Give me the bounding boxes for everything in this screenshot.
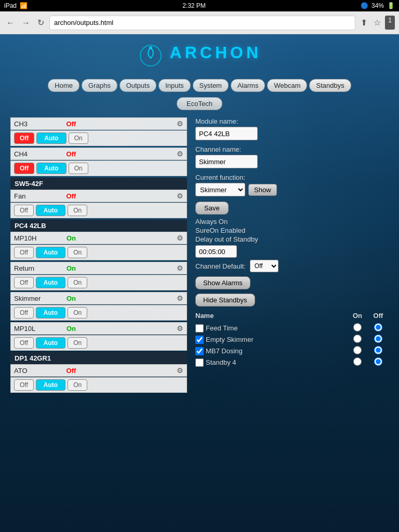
mp10l-gear-icon[interactable]: ⚙ bbox=[177, 324, 183, 332]
nav-outputs[interactable]: Outputs bbox=[119, 79, 157, 92]
feed-time-checkbox[interactable] bbox=[195, 324, 204, 332]
sureon-text: SureOn Enabled bbox=[195, 227, 389, 234]
time-label: 2:32 PM bbox=[182, 2, 206, 9]
share-icon[interactable]: ⬆ bbox=[358, 16, 369, 30]
tab-count[interactable]: 1 bbox=[385, 16, 395, 30]
standby4-label: Standby 4 bbox=[206, 358, 347, 366]
nav-alarms[interactable]: Alarms bbox=[231, 79, 265, 92]
ato-gear-icon[interactable]: ⚙ bbox=[177, 366, 183, 375]
skimmer-off-button[interactable]: Off bbox=[14, 307, 34, 318]
bookmark-icon[interactable]: ☆ bbox=[371, 16, 383, 30]
function-select[interactable]: Skimmer Always On Feed Timer bbox=[195, 183, 245, 196]
mp10h-gear-icon[interactable]: ⚙ bbox=[177, 234, 183, 242]
skimmer-label: Skimmer bbox=[14, 295, 56, 302]
nav-standbys[interactable]: Standbys bbox=[309, 79, 351, 92]
function-row: Skimmer Always On Feed Timer Show bbox=[195, 183, 389, 196]
mp10h-off-button[interactable]: Off bbox=[14, 247, 34, 258]
standby-feed-time: Feed Time bbox=[195, 323, 389, 333]
ch4-off-button[interactable]: Off bbox=[14, 163, 34, 174]
ch4-gear-icon[interactable]: ⚙ bbox=[177, 150, 183, 158]
mp10h-on-button[interactable]: On bbox=[68, 247, 87, 258]
empty-skimmer-off-radio[interactable] bbox=[374, 335, 382, 343]
mp10l-auto-button[interactable]: Auto bbox=[36, 337, 65, 349]
ch3-auto-button[interactable]: Auto bbox=[36, 132, 66, 144]
ato-off-button[interactable]: Off bbox=[14, 379, 34, 391]
nav-home[interactable]: Home bbox=[48, 79, 79, 92]
ch3-status: Off bbox=[56, 120, 87, 128]
show-alarms-button[interactable]: Show Alarms bbox=[195, 276, 250, 289]
mp10h-section: MP10H On ⚙ Off Auto On bbox=[10, 232, 187, 260]
module-name-input[interactable] bbox=[195, 127, 258, 140]
mp10l-off-button[interactable]: Off bbox=[14, 337, 34, 349]
empty-skimmer-on-radio[interactable] bbox=[353, 335, 362, 343]
fan-control-row: Off Auto On bbox=[10, 203, 187, 218]
left-column: CH3 Off ⚙ Off Auto On CH4 Off ⚙ Of bbox=[10, 117, 187, 394]
ch4-on-button[interactable]: On bbox=[69, 163, 88, 174]
ch3-off-button[interactable]: Off bbox=[14, 132, 34, 144]
content-area: CH3 Off ⚙ Off Auto On CH4 Off ⚙ Of bbox=[0, 112, 399, 400]
ch3-on-button[interactable]: On bbox=[69, 132, 88, 144]
fan-on-button[interactable]: On bbox=[68, 205, 87, 216]
delay-time-input[interactable] bbox=[195, 245, 237, 258]
return-control-row: Off Auto On bbox=[10, 275, 187, 290]
nav-graphs[interactable]: Graphs bbox=[82, 79, 117, 92]
ato-on-button[interactable]: On bbox=[68, 379, 87, 391]
return-off-button[interactable]: Off bbox=[14, 277, 34, 288]
feed-time-label: Feed Time bbox=[206, 324, 347, 332]
reload-button[interactable]: ↻ bbox=[35, 16, 46, 30]
ato-section: ATO Off ⚙ Off Auto On bbox=[10, 364, 187, 393]
ch4-status: Off bbox=[56, 150, 87, 158]
mp10l-on-button[interactable]: On bbox=[68, 337, 87, 349]
skimmer-on-button[interactable]: On bbox=[68, 307, 87, 318]
skimmer-section: Skimmer On ⚙ Off Auto On bbox=[10, 292, 187, 321]
mb7-dosing-checkbox[interactable] bbox=[195, 347, 204, 355]
mp10h-status: On bbox=[56, 234, 87, 242]
return-on-button[interactable]: On bbox=[68, 277, 87, 288]
fan-gear-icon[interactable]: ⚙ bbox=[177, 192, 183, 200]
channel-name-label: Channel name: bbox=[195, 145, 389, 153]
standby4-on-radio[interactable] bbox=[353, 357, 362, 366]
current-function-group: Current function: Skimmer Always On Feed… bbox=[195, 174, 389, 196]
ecotech-button[interactable]: EcoTech bbox=[177, 97, 222, 110]
ch3-gear-icon[interactable]: ⚙ bbox=[177, 119, 183, 128]
ato-auto-button[interactable]: Auto bbox=[36, 379, 65, 391]
standby4-off-radio[interactable] bbox=[374, 357, 382, 366]
sw5-header: SW5-42F bbox=[10, 178, 187, 190]
mp10h-auto-button[interactable]: Auto bbox=[36, 247, 65, 258]
mp10l-control-row: Off Auto On bbox=[10, 335, 187, 351]
return-gear-icon[interactable]: ⚙ bbox=[177, 264, 183, 272]
hide-standbys-button[interactable]: Hide Standbys bbox=[195, 294, 255, 307]
ch4-auto-button[interactable]: Auto bbox=[36, 163, 66, 174]
skimmer-channel-row: Skimmer On ⚙ bbox=[10, 292, 187, 304]
return-auto-button[interactable]: Auto bbox=[36, 277, 65, 288]
standby4-checkbox[interactable] bbox=[195, 358, 204, 367]
back-button[interactable]: ← bbox=[4, 16, 17, 30]
current-function-label: Current function: bbox=[195, 174, 389, 181]
mb7-dosing-off-radio[interactable] bbox=[374, 346, 382, 354]
fan-channel-row: Fan Off ⚙ bbox=[10, 190, 187, 202]
show-button[interactable]: Show bbox=[248, 184, 277, 196]
ch3-control-row: Off Auto On bbox=[10, 130, 187, 146]
nav-inputs[interactable]: Inputs bbox=[158, 79, 190, 92]
empty-skimmer-checkbox[interactable] bbox=[195, 336, 204, 344]
fan-auto-button[interactable]: Auto bbox=[36, 205, 65, 216]
nav-webcam[interactable]: Webcam bbox=[267, 79, 307, 92]
ch4-control-row: Off Auto On bbox=[10, 161, 187, 176]
mp10h-control-row: Off Auto On bbox=[10, 245, 187, 260]
skimmer-gear-icon[interactable]: ⚙ bbox=[177, 294, 183, 302]
ch3-section: CH3 Off ⚙ Off Auto On bbox=[10, 117, 187, 146]
forward-button[interactable]: → bbox=[20, 16, 32, 30]
fan-off-button[interactable]: Off bbox=[14, 205, 34, 216]
channel-name-input[interactable] bbox=[195, 155, 258, 168]
skimmer-auto-button[interactable]: Auto bbox=[36, 307, 65, 318]
ch3-channel-row: CH3 Off ⚙ bbox=[10, 117, 187, 130]
url-input[interactable] bbox=[49, 16, 355, 30]
mb7-dosing-on-radio[interactable] bbox=[353, 346, 362, 354]
feed-time-on-radio[interactable] bbox=[353, 323, 362, 331]
nav-system[interactable]: System bbox=[193, 79, 229, 92]
save-button[interactable]: Save bbox=[195, 202, 229, 215]
channel-default-label: Channel Default: bbox=[195, 262, 246, 270]
empty-skimmer-label: Empty Skimmer bbox=[206, 336, 347, 343]
channel-default-select[interactable]: Off On Auto bbox=[250, 260, 278, 272]
feed-time-off-radio[interactable] bbox=[374, 323, 382, 331]
